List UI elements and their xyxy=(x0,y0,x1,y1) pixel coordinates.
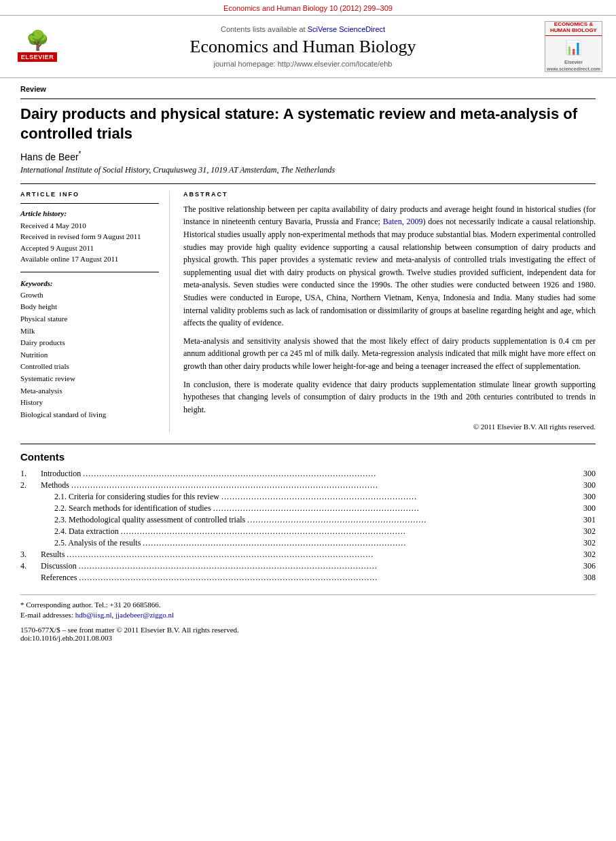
keywords-label: Keywords: xyxy=(20,279,159,287)
keyword-item: Systematic review xyxy=(20,373,159,385)
toc-sub-num xyxy=(20,526,41,537)
toc-page: 306 xyxy=(579,560,596,572)
right-logo-icon: 📊 xyxy=(565,39,582,56)
keywords-divider xyxy=(20,272,159,272)
abstract-para1: The positive relationship between per ca… xyxy=(183,203,596,329)
toc-dots: ........................................… xyxy=(79,573,378,582)
keyword-item: History xyxy=(20,397,159,409)
toc-label-cell: Discussion .............................… xyxy=(41,560,579,572)
toc-page: 301 xyxy=(579,514,596,526)
toc-label: Introduction xyxy=(41,469,81,478)
received-date: Received 4 May 2010 xyxy=(20,220,159,232)
toc-sub-label: Analysis of the results xyxy=(68,538,141,548)
baten-ref[interactable]: Baten, 2009 xyxy=(383,217,423,226)
history-label: Article history: xyxy=(20,209,159,217)
toc-page: 300 xyxy=(579,468,596,480)
elsevier-logo: 🌳 ELSEVIER xyxy=(14,31,61,62)
article-info-heading: ARTICLE INFO xyxy=(20,191,159,198)
toc-num: 1. xyxy=(20,468,41,480)
toc-row: 2.4. Data extraction ...................… xyxy=(20,526,596,537)
toc-label: Methods xyxy=(41,480,69,490)
accepted-date: Accepted 9 August 2011 xyxy=(20,243,159,254)
footnote-section: * Corresponding author. Tel.: +31 20 668… xyxy=(20,594,596,642)
paper-affiliation: International Institute of Social Histor… xyxy=(20,165,596,175)
issn-line: 1570-677X/$ – see front matter © 2011 El… xyxy=(20,626,596,634)
toc-row: 1. Introduction ........................… xyxy=(20,468,596,480)
toc-label: Results xyxy=(41,550,65,559)
toc-dots: ........................................… xyxy=(221,492,417,501)
toc-sub-num-label: 2.4. xyxy=(41,526,67,536)
abstract-heading: ABSTRACT xyxy=(183,191,596,198)
keyword-item: Controlled trials xyxy=(20,361,159,373)
toc-row: 2.5. Analysis of the results ...........… xyxy=(20,537,596,549)
right-logo-box: ECONOMICS & HUMAN BIOLOGY 📊 Elsevier www… xyxy=(545,21,602,72)
toc-page: 302 xyxy=(579,526,596,537)
available-date: Available online 17 August 2011 xyxy=(20,253,159,265)
sciverse-link[interactable]: SciVerse ScienceDirect xyxy=(308,25,385,33)
toc-sub-cell: 2.4. Data extraction ...................… xyxy=(41,526,579,537)
elsevier-label: ELSEVIER xyxy=(18,52,58,62)
keyword-item: Growth xyxy=(20,289,159,302)
keyword-item: Dairy products xyxy=(20,337,159,349)
toc-sub-cell: 2.1. Criteria for considering studies fo… xyxy=(41,491,579,503)
toc-page: 308 xyxy=(579,572,596,584)
toc-row: 2.2. Search methods for identification o… xyxy=(20,503,596,514)
toc-ref-cell: References .............................… xyxy=(41,572,579,584)
toc-sub-cell: 2.2. Search methods for identification o… xyxy=(41,503,579,514)
toc-dots: ........................................… xyxy=(83,469,376,478)
title-divider xyxy=(20,99,596,99)
journal-title: Economics and Human Biology xyxy=(68,36,538,57)
email-label: E-mail addresses: xyxy=(20,611,73,619)
toc-sub-cell: 2.3. Methodological quality assessment o… xyxy=(41,514,579,526)
toc-sub-cell: 2.5. Analysis of the results ...........… xyxy=(41,537,579,549)
keyword-item: Body height xyxy=(20,301,159,313)
email2-link[interactable]: jjadebeer@ziggo.nl xyxy=(115,611,174,619)
toc-sub-num-label: 2.2. xyxy=(41,503,67,513)
toc-sub-num-label: 2.1. xyxy=(41,492,67,501)
section-label: Review xyxy=(20,85,596,93)
info-divider xyxy=(20,203,159,204)
toc-dots: ........................................… xyxy=(71,480,378,490)
paper-body: Review Dairy products and physical statu… xyxy=(0,78,616,656)
email-footnote: E-mail addresses: hdb@iisg.nl, jjadebeer… xyxy=(20,611,596,619)
toc-dots: ........................................… xyxy=(121,526,406,536)
email1-link[interactable]: hdb@iisg.nl xyxy=(75,611,112,619)
toc-page: 300 xyxy=(579,491,596,503)
toc-dots: ........................................… xyxy=(247,515,427,524)
toc-sub-num xyxy=(20,537,41,549)
toc-sub-num xyxy=(20,491,41,503)
abstract-text: The positive relationship between per ca… xyxy=(183,203,596,433)
toc-row: 2.3. Methodological quality assessment o… xyxy=(20,514,596,526)
toc-sub-label: Criteria for considering studies for thi… xyxy=(69,492,219,501)
journal-center: Contents lists available at SciVerse Sci… xyxy=(68,25,538,68)
toc-sub-label: Search methods for identification of stu… xyxy=(69,503,211,513)
toc-num: 2. xyxy=(20,480,41,491)
journal-logo-right: ECONOMICS & HUMAN BIOLOGY 📊 Elsevier www… xyxy=(545,21,602,72)
toc-num: 3. xyxy=(20,549,41,560)
keyword-item: Biological standard of living xyxy=(20,409,159,421)
toc-sub-num xyxy=(20,503,41,514)
keyword-item: Milk xyxy=(20,325,159,338)
citation-text: Economics and Human Biology 10 (2012) 29… xyxy=(223,4,393,12)
toc-label: Discussion xyxy=(41,561,77,571)
toc-page: 302 xyxy=(579,549,596,560)
toc-dots: ........................................… xyxy=(143,538,406,548)
toc-row: References .............................… xyxy=(20,572,596,584)
toc-num-empty xyxy=(20,572,41,584)
toc-page: 302 xyxy=(579,537,596,549)
citation-bar: Economics and Human Biology 10 (2012) 29… xyxy=(0,0,616,15)
paper-author: Hans de Beer* xyxy=(20,150,596,162)
body-divider xyxy=(20,183,596,184)
toc-ref-label: References xyxy=(41,573,77,582)
toc-sub-num xyxy=(20,514,41,526)
keywords-section: Keywords: GrowthBody heightPhysical stat… xyxy=(20,279,159,421)
right-logo-title: ECONOMICS & HUMAN BIOLOGY xyxy=(545,20,602,36)
toc-page: 300 xyxy=(579,503,596,514)
author-name: Hans de Beer xyxy=(20,151,79,162)
keywords-list: GrowthBody heightPhysical statureMilkDai… xyxy=(20,289,159,421)
doi-line: doi:10.1016/j.ehb.2011.08.003 xyxy=(20,634,596,642)
toc-dots: ........................................… xyxy=(213,503,420,513)
journal-homepage: journal homepage: http://www.elsevier.co… xyxy=(68,60,538,68)
toc-row: 3. Results .............................… xyxy=(20,549,596,560)
abstract-para2: Meta-analysis and sensitivity analysis s… xyxy=(183,335,596,373)
